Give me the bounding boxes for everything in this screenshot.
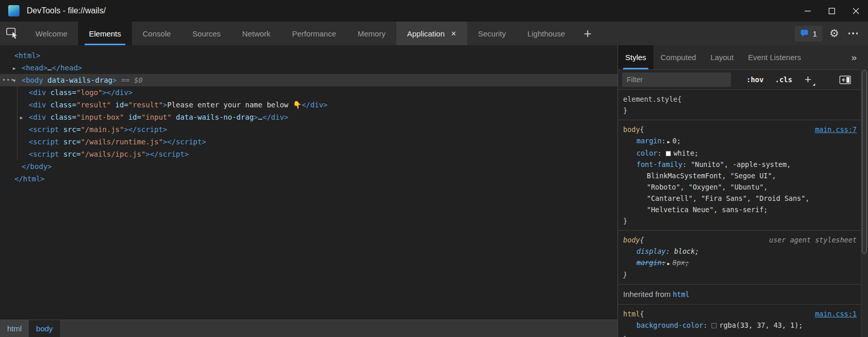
sidebar-toggle-icon — [839, 76, 852, 84]
inherited-node-link[interactable]: html — [673, 290, 690, 298]
inspect-element-button[interactable] — [0, 22, 25, 45]
tab-application[interactable]: Application✕ — [396, 22, 467, 45]
rule-selector[interactable]: html — [623, 308, 640, 320]
close-window-button[interactable] — [844, 0, 868, 22]
code-token: "logo" — [76, 88, 103, 97]
new-style-rule-button[interactable]: + — [804, 74, 811, 85]
css-property[interactable]: margin:▶0; — [623, 135, 861, 147]
feedback-badge[interactable]: 1 — [795, 26, 822, 42]
property-value-continuation: BlinkMacSystemFont, "Segoe UI", — [623, 170, 861, 181]
tab-network[interactable]: Network — [232, 22, 281, 45]
tab-elements[interactable]: Elements — [78, 22, 132, 45]
minimize-button[interactable] — [796, 0, 820, 22]
styles-filter-input[interactable] — [622, 72, 731, 87]
property-value[interactable]: block; — [674, 247, 699, 255]
tree-row[interactable]: </html> — [0, 173, 618, 185]
tab-computed[interactable]: Computed — [653, 45, 703, 69]
expand-down-icon[interactable]: ▼ — [13, 74, 15, 87]
expand-right-icon[interactable]: ▶ — [20, 111, 23, 124]
tab-console[interactable]: Console — [132, 22, 182, 45]
stylesheet-link[interactable]: main.css:7 — [815, 124, 857, 135]
property-name[interactable]: margin — [636, 258, 662, 267]
tree-row[interactable]: <script src="/wails/runtime.js"></script… — [0, 136, 618, 148]
rule-selector[interactable]: element.style — [623, 93, 678, 105]
tree-row[interactable]: <div class="logo"></div> — [0, 86, 618, 99]
stylesheet-link[interactable]: main.css:1 — [815, 308, 857, 320]
expand-value-icon[interactable]: ▶ — [667, 261, 670, 266]
property-value[interactable]: "Nunito", -apple-system, — [691, 160, 791, 168]
expand-value-icon[interactable]: ▶ — [667, 139, 670, 144]
property-name[interactable]: text-align — [636, 332, 678, 333]
code-token: "/main.js" — [81, 125, 124, 134]
tree-row[interactable]: ▶<head>…</head> — [0, 62, 618, 74]
code-token: > — [163, 101, 167, 109]
tab-sources[interactable]: Sources — [182, 22, 232, 45]
property-value[interactable]: 8px; — [672, 258, 689, 267]
css-property[interactable]: font-family: "Nunito", -apple-system, — [623, 159, 861, 170]
scrollbar-thumb[interactable] — [862, 70, 867, 254]
tree-row[interactable]: <script src="/wails/ipc.js"></script> — [0, 148, 618, 160]
tab-layout[interactable]: Layout — [703, 45, 741, 69]
rule-selector[interactable]: body — [623, 234, 640, 246]
code-token: <html> — [14, 51, 41, 60]
property-value[interactable]: 0; — [672, 137, 681, 145]
toggle-hover-state-button[interactable]: :hov — [746, 76, 764, 84]
more-options-icon[interactable] — [846, 32, 860, 34]
code-token: id= — [111, 101, 128, 109]
css-property[interactable]: margin:▶8px; — [623, 257, 861, 269]
tab-styles[interactable]: Styles — [618, 45, 653, 69]
css-property[interactable]: color: white; — [623, 147, 861, 159]
code-token: … — [48, 64, 52, 72]
main-tabbar: WelcomeElementsConsoleSourcesNetworkPerf… — [0, 22, 868, 45]
maximize-button[interactable] — [820, 0, 844, 22]
css-property[interactable]: background-color: rgba(33, 37, 43, 1); — [623, 320, 861, 331]
property-value[interactable]: white; — [673, 149, 699, 157]
inherited-label: Inherited from — [623, 290, 673, 298]
tree-row[interactable]: •••▼<body data-wails-drag> == $0 — [0, 74, 618, 86]
maximize-icon — [828, 8, 835, 14]
rule-header: body {main.css:7 — [623, 124, 861, 135]
style-rules-list: element.style {}body {main.css:7margin:▶… — [618, 90, 861, 337]
code-token: </div> — [302, 101, 328, 109]
minimize-icon — [804, 8, 811, 14]
code-token: ></div> — [102, 88, 132, 97]
property-value[interactable]: rgba(33, 37, 43, 1); — [719, 321, 803, 329]
property-name[interactable]: background-color — [636, 321, 703, 329]
settings-gear-icon[interactable]: ⚙ — [830, 28, 839, 39]
property-colon: : — [666, 247, 670, 255]
breadcrumb-item-body[interactable]: body — [29, 320, 60, 337]
toggle-class-button[interactable]: .cls — [775, 76, 793, 84]
color-swatch[interactable] — [666, 151, 671, 156]
close-tab-icon[interactable]: ✕ — [451, 30, 456, 38]
add-tab-button[interactable]: + — [576, 22, 600, 45]
tree-row[interactable]: <script src="/main.js"></script> — [0, 123, 618, 136]
tab-security[interactable]: Security — [467, 22, 516, 45]
tree-row[interactable]: <div class="result" id="result">Please e… — [0, 99, 618, 111]
code-token: ></script> — [163, 138, 206, 146]
breadcrumb-item-html[interactable]: html — [0, 320, 29, 337]
property-name[interactable]: color — [636, 149, 658, 157]
css-property[interactable]: display: block; — [623, 246, 861, 257]
tree-row[interactable]: ▶<div class="input-box" id="input" data-… — [0, 111, 618, 123]
code-token: <script — [29, 138, 59, 146]
scrollbar-track[interactable] — [861, 69, 868, 337]
styles-sidebar: StylesComputedLayoutEvent Listeners » :h… — [618, 45, 868, 337]
tab-lighthouse[interactable]: Lighthouse — [516, 22, 575, 45]
tab-memory[interactable]: Memory — [347, 22, 396, 45]
tab-event-listeners[interactable]: Event Listeners — [741, 45, 808, 69]
tab-performance[interactable]: Performance — [281, 22, 347, 45]
toggle-sidebar-button[interactable] — [839, 76, 852, 84]
code-token: data-wails-no-drag — [171, 113, 254, 121]
tree-row[interactable]: </body> — [0, 160, 618, 173]
more-tabs-chevron-icon[interactable]: » — [851, 52, 857, 63]
tree-row[interactable]: <html> — [0, 49, 618, 62]
property-name[interactable]: margin — [636, 137, 662, 145]
property-name[interactable]: font-family — [636, 160, 682, 168]
property-name[interactable]: display — [636, 247, 666, 255]
property-value[interactable]: center; — [687, 332, 716, 333]
expand-right-icon[interactable]: ▶ — [13, 62, 15, 74]
rule-selector[interactable]: body — [623, 124, 640, 135]
code-token: > — [254, 113, 258, 121]
color-swatch[interactable] — [711, 323, 717, 328]
tab-welcome[interactable]: Welcome — [25, 22, 78, 45]
